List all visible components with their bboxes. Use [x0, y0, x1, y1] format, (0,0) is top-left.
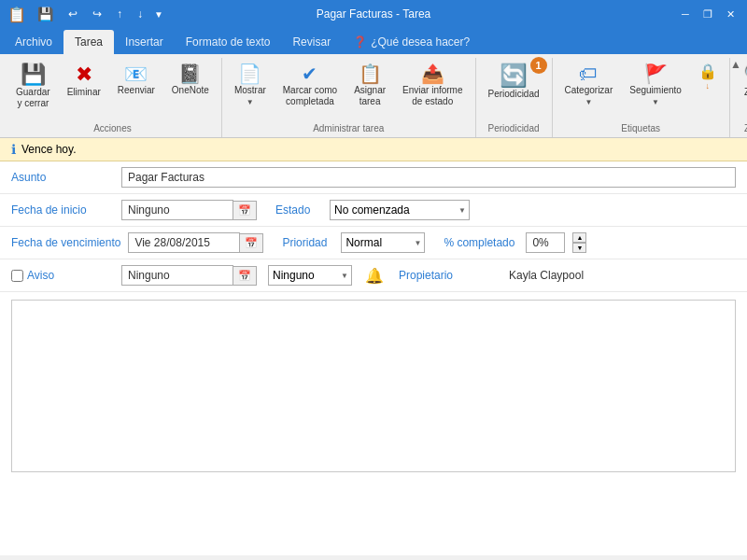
- privado-label: ↓: [706, 81, 711, 91]
- fecha-vencimiento-input[interactable]: [128, 232, 240, 253]
- eliminar-button[interactable]: ✖ Eliminar: [61, 60, 107, 103]
- acciones-group-label: Acciones: [9, 121, 216, 137]
- question-icon: ❓: [353, 35, 367, 49]
- estado-select[interactable]: No comenzada En progreso Completada Espe…: [330, 200, 470, 220]
- qa-dropdown[interactable]: ▼: [154, 9, 163, 20]
- porcentaje-up-btn[interactable]: ▲: [572, 232, 586, 243]
- down-btn[interactable]: ↓: [134, 6, 147, 22]
- notification-bar: ℹ Vence hoy.: [0, 138, 747, 161]
- task-body-area[interactable]: [11, 300, 736, 472]
- ribbon-group-acciones: 💾 Guardary cerrar ✖ Eliminar 📧 Reenviar …: [4, 58, 222, 137]
- close-btn[interactable]: ✕: [721, 5, 740, 23]
- show-icon: 📄: [238, 64, 261, 83]
- categorizar-label: Categorizar: [565, 85, 613, 96]
- fecha-inicio-row: Fecha de inicio 📅 Estado No comenzada En…: [0, 194, 747, 227]
- flag-icon: 🚩: [644, 64, 668, 83]
- fecha-inicio-input[interactable]: [121, 200, 233, 220]
- title-bar: 📋 💾 ↩ ↪ ↑ ↓ ▼ Pagar Facturas - Tarea ─ ❐…: [0, 0, 747, 28]
- fecha-vencimiento-row: Fecha de vencimiento 📅 Prioridad Baja No…: [0, 227, 747, 259]
- guardar-cerrar-button[interactable]: 💾 Guardary cerrar: [9, 60, 57, 114]
- estado-label: Estado: [275, 203, 322, 217]
- guardar-label: Guardary cerrar: [16, 87, 50, 109]
- aviso-checkbox[interactable]: [11, 270, 23, 282]
- asignar-button[interactable]: 📋 Asignartarea: [347, 60, 392, 112]
- save-quick-btn[interactable]: 💾: [34, 5, 57, 23]
- aviso-calendar-btn[interactable]: 📅: [233, 266, 257, 286]
- porcentaje-down-btn[interactable]: ▼: [572, 243, 586, 253]
- completada-button[interactable]: ✔ Marcar comocompletada: [276, 60, 344, 112]
- aviso-label[interactable]: Aviso: [11, 269, 114, 282]
- completada-label: Marcar comocompletada: [283, 85, 337, 107]
- app-icon: 📋: [7, 6, 26, 23]
- fecha-inicio-calendar-btn[interactable]: 📅: [233, 201, 257, 220]
- forward-icon: 📧: [124, 64, 148, 83]
- porcentaje-spinner: ▲ ▼: [572, 232, 586, 253]
- mostrar-button[interactable]: 📄 Mostrar ▼: [228, 60, 273, 111]
- window-title: Pagar Facturas - Tarea: [317, 7, 431, 21]
- tab-ayuda[interactable]: ❓ ¿Qué desea hacer?: [342, 30, 481, 54]
- tab-archivo[interactable]: Archivo: [4, 30, 63, 54]
- enviar-label: Enviar informede estado: [402, 85, 462, 107]
- tab-formato[interactable]: Formato de texto: [175, 30, 282, 54]
- ribbon-collapse-btn[interactable]: ▲: [726, 56, 745, 73]
- enviar-button[interactable]: 📤 Enviar informede estado: [396, 60, 469, 112]
- aviso-date-input[interactable]: [121, 265, 233, 286]
- restore-btn[interactable]: ❐: [698, 5, 717, 23]
- acciones-buttons: 💾 Guardary cerrar ✖ Eliminar 📧 Reenviar …: [9, 58, 216, 121]
- reenviar-label: Reenviar: [118, 85, 155, 96]
- porcentaje-input[interactable]: [526, 232, 565, 253]
- onenote-icon: 📓: [178, 64, 202, 83]
- etiquetas-buttons: 🏷 Categorizar ▼ 🚩 Seguimiento ▼ 🔒 ↓: [558, 58, 724, 121]
- save-icon: 💾: [21, 64, 46, 85]
- minimize-btn[interactable]: ─: [676, 5, 695, 23]
- ribbon-group-etiquetas: 🏷 Categorizar ▼ 🚩 Seguimiento ▼ 🔒 ↓ Etiq…: [553, 58, 730, 137]
- categorizar-button[interactable]: 🏷 Categorizar ▼: [558, 60, 620, 111]
- periodicidad-label: Periodicidad: [488, 89, 540, 100]
- window-controls: ─ ❐ ✕: [676, 5, 740, 23]
- periodicidad-button[interactable]: 🔄 Periodicidad 1: [482, 60, 546, 105]
- seguimiento-button[interactable]: 🚩 Seguimiento ▼: [623, 60, 688, 111]
- tab-insertar[interactable]: Insertar: [114, 30, 175, 54]
- aviso-time-wrapper: Ninguno: [268, 265, 352, 286]
- propietario-value: Kayla Claypool: [509, 269, 584, 282]
- periodicidad-group-label: Periodicidad: [482, 121, 546, 137]
- task-body-input[interactable]: [12, 301, 735, 471]
- fecha-vencimiento-calendar-btn[interactable]: 📅: [240, 233, 263, 253]
- ribbon-group-periodicidad: 🔄 Periodicidad 1 Periodicidad: [476, 58, 553, 137]
- prioridad-select-wrapper: Baja Normal Alta: [341, 232, 425, 253]
- fecha-inicio-wrapper: 📅: [121, 200, 257, 220]
- form-area: Asunto Fecha de inicio 📅 Estado No comen…: [0, 161, 747, 472]
- zoom-group-label: Zoom: [736, 121, 747, 137]
- ribbon-tabs: Archivo Tarea Insertar Formato de texto …: [0, 28, 747, 54]
- redo-btn[interactable]: ↪: [89, 6, 106, 22]
- seguimiento-arrow: ▼: [652, 98, 659, 106]
- categorizar-arrow: ▼: [585, 98, 592, 106]
- mostrar-dropdown-arrow: ▼: [247, 98, 254, 106]
- notification-text: Vence hoy.: [21, 143, 77, 156]
- send-icon: 📤: [421, 64, 444, 83]
- aviso-time-select[interactable]: Ninguno: [268, 265, 352, 286]
- tab-revisar[interactable]: Revisar: [281, 30, 342, 54]
- tab-tarea[interactable]: Tarea: [63, 30, 114, 54]
- aviso-row: Aviso 📅 Ninguno 🔔 Propietario Kayla Clay…: [0, 259, 747, 292]
- asunto-label: Asunto: [11, 171, 114, 184]
- onenote-button[interactable]: 📓 OneNote: [165, 60, 216, 101]
- delete-icon: ✖: [76, 64, 92, 85]
- privado-button[interactable]: 🔒 ↓: [692, 60, 724, 96]
- alarm-icon: 🔔: [365, 267, 384, 285]
- up-btn[interactable]: ↑: [113, 6, 126, 22]
- check-icon: ✔: [302, 64, 317, 83]
- prioridad-select[interactable]: Baja Normal Alta: [341, 232, 425, 253]
- aviso-date-wrapper: 📅: [121, 265, 257, 286]
- periodicidad-buttons: 🔄 Periodicidad 1: [482, 58, 546, 121]
- ribbon-group-administrar: 📄 Mostrar ▼ ✔ Marcar comocompletada 📋 As…: [222, 58, 476, 137]
- eliminar-label: Eliminar: [67, 87, 101, 98]
- administrar-group-label: Administrar tarea: [228, 121, 470, 137]
- ribbon: 💾 Guardary cerrar ✖ Eliminar 📧 Reenviar …: [0, 54, 747, 138]
- reenviar-button[interactable]: 📧 Reenviar: [111, 60, 162, 101]
- administrar-buttons: 📄 Mostrar ▼ ✔ Marcar comocompletada 📋 As…: [228, 58, 470, 121]
- undo-btn[interactable]: ↩: [64, 6, 81, 22]
- fecha-vencimiento-wrapper: 📅: [128, 232, 263, 253]
- asunto-input[interactable]: [121, 167, 736, 188]
- assign-icon: 📋: [359, 64, 382, 83]
